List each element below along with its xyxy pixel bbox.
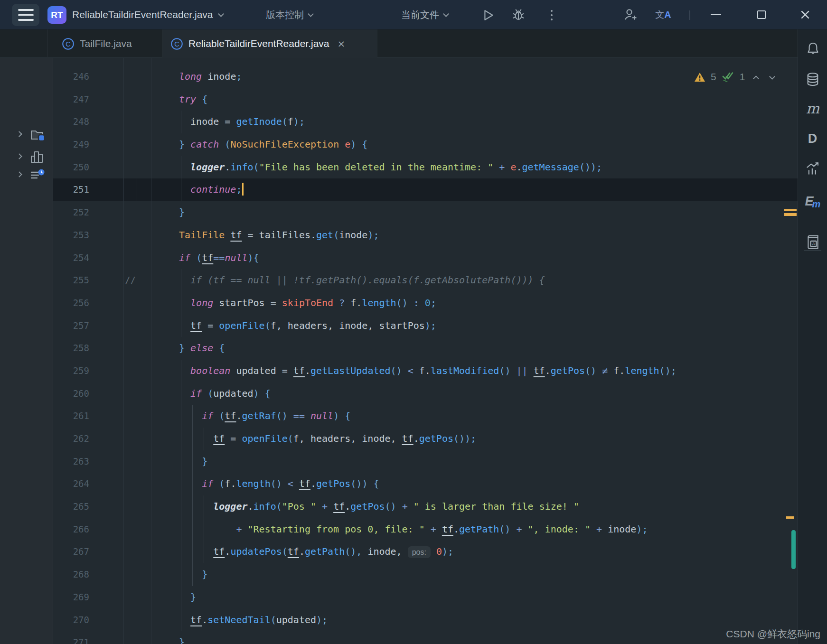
previous-problem-button[interactable] xyxy=(753,75,760,82)
code-line[interactable]: 254if (tf==null){ xyxy=(0,247,798,270)
code-line[interactable]: 255//if (tf == null || !tf.getPath().equ… xyxy=(0,269,798,292)
documentation-tool-button[interactable]: A xyxy=(798,233,827,252)
line-number[interactable]: 250 xyxy=(56,156,89,179)
code-line[interactable]: 246long inode; xyxy=(0,65,798,88)
code-line[interactable]: 256long startPos = skipToEnd ? f.length(… xyxy=(0,292,798,315)
line-number[interactable]: 256 xyxy=(56,292,89,315)
line-number[interactable]: 255 xyxy=(56,269,89,292)
chevron-right-icon xyxy=(16,153,22,159)
tab-reliabletaildireventreader[interactable]: C ReliableTaildirEventReader.java × xyxy=(162,29,377,58)
code-text: if (f.length() < tf.getPos()) { xyxy=(202,473,379,495)
next-problem-button[interactable] xyxy=(770,74,776,80)
code-text: logger.info("File has been deleted in th… xyxy=(190,156,602,179)
line-number[interactable]: 249 xyxy=(56,133,89,156)
main-menu-button[interactable] xyxy=(12,4,39,26)
tree-item-recent[interactable] xyxy=(0,167,53,183)
translate-button[interactable]: 文A xyxy=(652,7,674,23)
recent-list-icon xyxy=(30,168,45,182)
maximize-button[interactable] xyxy=(754,8,769,22)
line-number[interactable]: 248 xyxy=(56,111,89,133)
line-number[interactable]: 265 xyxy=(56,495,89,518)
code-line[interactable]: 268} xyxy=(0,563,798,586)
line-number[interactable]: 253 xyxy=(56,224,89,247)
title-bar: RT ReliableTaildirEventReader.java 版本控制 … xyxy=(0,0,827,29)
inspections-widget[interactable]: 5 1 xyxy=(694,70,774,84)
warning-stripe-mark[interactable] xyxy=(786,516,794,519)
debug-button[interactable] xyxy=(511,7,526,22)
code-line[interactable]: 249} catch (NoSuchFileException e) { xyxy=(0,133,798,156)
code-line[interactable]: 258} else { xyxy=(0,337,798,360)
line-number[interactable]: 246 xyxy=(56,65,89,88)
code-lines: 246long inode;247try {248inode = getInod… xyxy=(0,65,798,644)
tab-tailfile[interactable]: C TailFile.java xyxy=(47,29,162,58)
more-actions-button[interactable] xyxy=(546,8,557,22)
code-line[interactable]: 251continue; xyxy=(0,178,798,201)
line-number[interactable]: 268 xyxy=(56,563,89,586)
add-user-icon xyxy=(623,8,638,22)
code-line[interactable]: 269} xyxy=(0,586,798,609)
class-icon: C xyxy=(170,37,183,50)
close-button[interactable] xyxy=(798,8,813,22)
code-line[interactable]: 264if (f.length() < tf.getPos()) { xyxy=(0,473,798,495)
run-configuration-selector[interactable]: 当前文件 xyxy=(401,0,448,29)
code-editor[interactable]: 246long inode;247try {248inode = getInod… xyxy=(0,58,798,644)
code-line[interactable]: 263} xyxy=(0,450,798,473)
warning-stripe-mark[interactable] xyxy=(784,213,797,216)
line-number[interactable]: 262 xyxy=(56,428,89,450)
maven-tool-button[interactable]: m xyxy=(798,100,827,117)
window-title-widget[interactable]: ReliableTaildirEventReader.java xyxy=(72,0,223,29)
code-line[interactable]: 257tf = openFile(f, headers, inode, star… xyxy=(0,315,798,337)
line-number[interactable]: 252 xyxy=(56,201,89,224)
tab-close-icon[interactable]: × xyxy=(338,38,346,49)
code-line[interactable]: 248inode = getInode(f); xyxy=(0,111,798,133)
warning-count: 5 xyxy=(711,71,716,83)
line-number[interactable]: 271 xyxy=(56,631,89,644)
line-number[interactable]: 254 xyxy=(56,247,89,270)
notifications-button[interactable] xyxy=(798,40,827,57)
code-line[interactable]: 260if (updated) { xyxy=(0,383,798,405)
code-text: } catch (NoSuchFileException e) { xyxy=(179,133,367,156)
line-number[interactable]: 260 xyxy=(56,383,89,405)
code-line[interactable]: 253TailFile tf = tailFiles.get(inode); xyxy=(0,224,798,247)
indent-guide xyxy=(181,405,181,428)
tree-item-structure[interactable] xyxy=(0,149,53,165)
line-number[interactable]: 267 xyxy=(56,541,89,563)
code-line[interactable]: 261if (tf.getRaf() == null) { xyxy=(0,405,798,428)
code-line[interactable]: 265logger.info("Pos " + tf.getPos() + " … xyxy=(0,495,798,518)
indent-guide xyxy=(204,428,204,450)
line-number[interactable]: 261 xyxy=(56,405,89,428)
translate-a-glyph: A xyxy=(664,9,671,20)
line-number[interactable]: 264 xyxy=(56,473,89,495)
code-line[interactable]: 252} xyxy=(0,201,798,224)
line-number[interactable]: 269 xyxy=(56,586,89,609)
statistics-tool-button[interactable] xyxy=(798,160,827,177)
code-line[interactable]: 267tf.updatePos(tf.getPath(), inode, pos… xyxy=(0,541,798,563)
code-line[interactable]: 262tf = openFile(f, headers, inode, tf.g… xyxy=(0,428,798,450)
vcs-widget[interactable]: 版本控制 xyxy=(266,0,313,29)
run-button[interactable] xyxy=(481,8,496,22)
dependencies-tool-button[interactable]: D xyxy=(798,130,827,147)
line-number[interactable]: 266 xyxy=(56,518,89,541)
database-icon xyxy=(806,72,819,87)
code-with-me-button[interactable] xyxy=(622,7,639,23)
code-line[interactable]: 266+ "Restarting from pos 0, file: " + t… xyxy=(0,518,798,541)
minimize-button[interactable] xyxy=(708,8,724,22)
code-line[interactable]: 247try { xyxy=(0,88,798,111)
warning-stripe-mark[interactable] xyxy=(784,209,797,211)
project-badge[interactable]: RT xyxy=(47,6,66,24)
em-plugin-button[interactable]: Em xyxy=(798,192,827,211)
code-line[interactable]: 250logger.info("File has been deleted in… xyxy=(0,156,798,179)
line-number[interactable]: 258 xyxy=(56,337,89,360)
line-number[interactable]: 259 xyxy=(56,360,89,383)
line-number[interactable]: 251 xyxy=(56,178,89,201)
scrollbar-thumb[interactable] xyxy=(791,530,796,569)
line-number[interactable]: 263 xyxy=(56,450,89,473)
line-number[interactable]: 270 xyxy=(56,609,89,632)
tree-item-project-folder[interactable] xyxy=(0,127,53,143)
line-number[interactable]: 247 xyxy=(56,88,89,111)
line-number[interactable]: 257 xyxy=(56,315,89,337)
database-tool-button[interactable] xyxy=(798,71,827,88)
indent-guide xyxy=(181,586,181,609)
watermark: CSDN @鲜衣怒码ing xyxy=(664,627,820,641)
code-line[interactable]: 259boolean updated = tf.getLastUpdated()… xyxy=(0,360,798,383)
